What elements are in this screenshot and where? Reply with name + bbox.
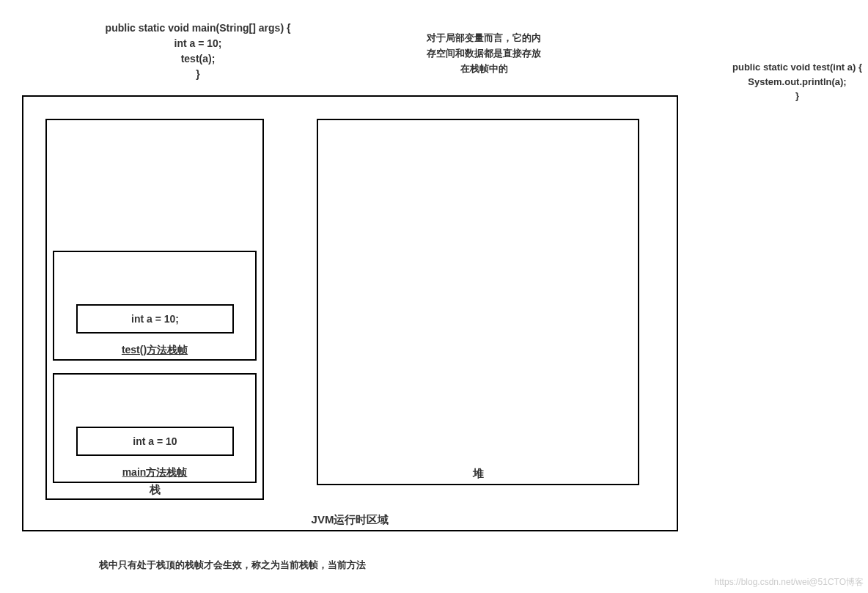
test-stack-frame: int a = 10; test()方法栈帧 [53,251,257,361]
stack-label: 栈 [150,483,161,497]
watermark-text: https://blog.csdn.net/wei@51CTO博客 [715,576,864,589]
heap-area: 堆 [317,119,639,485]
jvm-label: JVM运行时区域 [312,513,389,527]
main-frame-label: main方法栈帧 [122,466,188,479]
code-line: System.out.println(a); [732,75,862,89]
heap-label: 堆 [473,467,484,481]
stack-area: int a = 10; test()方法栈帧 int a = 10 main方法… [45,119,264,500]
main-stack-frame: int a = 10 main方法栈帧 [53,373,257,483]
code-line: } [732,89,862,103]
code-line: public static void main(String[] args) { [70,21,326,36]
annotation-line: 对于局部变量而言，它的内 [411,31,557,46]
code-line: test(a); [70,51,326,67]
jvm-runtime-area: int a = 10; test()方法栈帧 int a = 10 main方法… [22,95,678,531]
annotation-line: 存空间和数据都是直接存放 [411,46,557,62]
annotation-line: 在栈帧中的 [411,62,557,77]
test-frame-label: test()方法栈帧 [122,344,188,357]
code-line: } [70,67,326,82]
code-main-block: public static void main(String[] args) {… [70,21,326,82]
code-line: public static void test(int a) { [732,60,862,75]
code-test-block: public static void test(int a) { System.… [732,60,862,103]
annotation-text: 对于局部变量而言，它的内 存空间和数据都是直接存放 在栈帧中的 [411,31,557,76]
test-frame-variable: int a = 10; [76,304,234,334]
main-frame-variable: int a = 10 [76,427,234,456]
footnote-text: 栈中只有处于栈顶的栈帧才会生效，称之为当前栈帧，当前方法 [99,559,366,572]
code-line: int a = 10; [70,36,326,51]
